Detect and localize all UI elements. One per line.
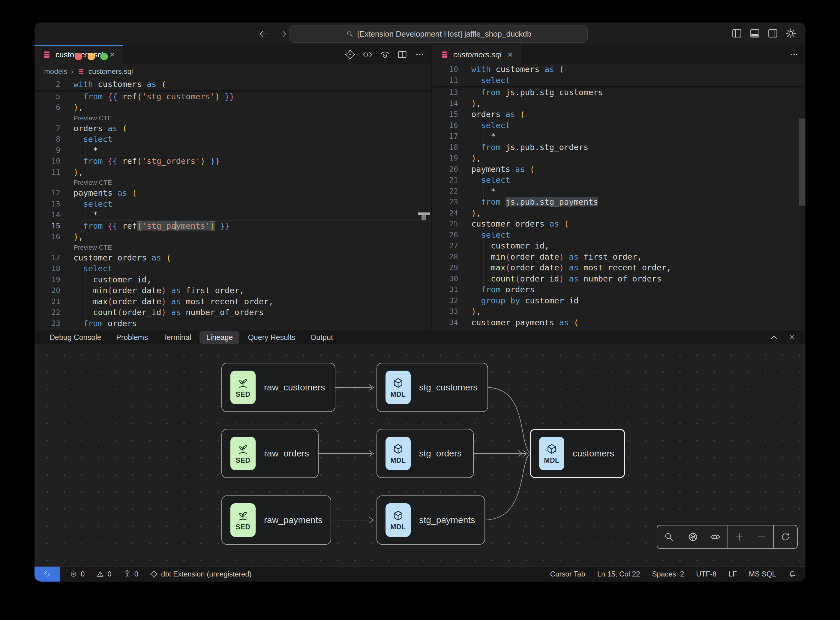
code-line[interactable]: 19), <box>432 153 805 164</box>
code-line[interactable]: 11 select <box>432 75 805 86</box>
editor-source[interactable]: 2with customers as (5 from {{ ref('stg_c… <box>35 79 431 330</box>
code-line[interactable]: 10 from {{ ref('stg_orders') }} <box>35 156 431 167</box>
close-window-button[interactable] <box>75 53 82 60</box>
gear-icon[interactable] <box>784 27 797 40</box>
code-line[interactable]: 27 customer_id, <box>432 240 805 251</box>
code-line[interactable]: 16), <box>35 232 431 242</box>
minimize-window-button[interactable] <box>87 53 95 60</box>
code-line[interactable]: 2with customers as ( <box>35 79 431 90</box>
status-item-bell[interactable] <box>788 570 796 578</box>
lineage-node-stg_payments[interactable]: MDLstg_payments <box>377 495 485 545</box>
code-line[interactable]: 23 from orders <box>35 318 431 329</box>
breadcrumb-folder[interactable]: models <box>44 67 67 76</box>
code-line[interactable]: 5 from {{ ref('stg_customers') }} <box>35 91 431 102</box>
code-line[interactable]: 13 select <box>35 199 431 210</box>
refresh-icon[interactable] <box>780 531 791 543</box>
status-item-cursor-tab[interactable]: Cursor Tab <box>550 570 585 578</box>
code-line[interactable]: 14 * <box>35 209 431 221</box>
code-line[interactable]: 17 * <box>432 131 805 142</box>
breadcrumb-file[interactable]: customers.sql <box>89 67 133 76</box>
code-line[interactable]: 19 customer_id, <box>35 274 431 285</box>
panel-tab-lineage[interactable]: Lineage <box>200 331 239 344</box>
aperture-icon[interactable] <box>687 531 699 543</box>
code-line[interactable]: 7orders as ( <box>35 123 431 134</box>
code-line[interactable]: 31 from orders <box>432 284 805 295</box>
code-line[interactable]: 13 from js.pub.stg_customers <box>432 87 805 98</box>
lineage-node-customers[interactable]: MDLcustomers <box>530 429 625 478</box>
panel-tab-output[interactable]: Output <box>304 331 340 344</box>
status-item-warning[interactable]: 0 <box>96 570 111 578</box>
code-line[interactable]: 30 count(order_id) as number_of_orders <box>432 273 805 284</box>
code-lines[interactable]: 13 from js.pub.stg_customers14),15orders… <box>432 86 805 328</box>
codelens-label[interactable]: Preview CTE <box>74 114 112 122</box>
dbt-logo-icon[interactable] <box>345 49 356 60</box>
status-item-error[interactable]: 0 <box>69 570 84 578</box>
code-line[interactable]: 10with customers as ( <box>432 64 805 75</box>
code-line[interactable]: 17customer_orders as ( <box>35 252 431 263</box>
code-line[interactable]: 21 select <box>432 175 805 186</box>
code-line[interactable]: 28 min(order_date) as first_order, <box>432 251 805 263</box>
zoom-in-icon[interactable] <box>733 531 745 543</box>
status-item-lf[interactable]: LF <box>729 570 737 578</box>
code-icon[interactable] <box>362 49 373 60</box>
status-item-ms-sql[interactable]: MS SQL <box>749 570 776 578</box>
code-line[interactable]: 18 select <box>35 263 431 274</box>
code-line[interactable]: 22 * <box>432 186 805 197</box>
code-line[interactable]: 15 from {{ ref('stg_payments') }} <box>35 221 431 232</box>
close-tab-icon[interactable]: × <box>110 50 115 60</box>
code-line[interactable]: 11), <box>35 167 431 178</box>
code-line[interactable]: 22 count(order_id) as number_of_orders <box>35 307 431 318</box>
codelens-line[interactable]: Preview CTE <box>35 178 431 188</box>
status-item-spaces-2[interactable]: Spaces: 2 <box>652 570 684 578</box>
sticky-scroll[interactable]: 10with customers as (11 select <box>432 64 805 86</box>
codelens-label[interactable]: Preview CTE <box>74 179 112 187</box>
lineage-canvas[interactable]: SEDraw_customersMDLstg_customersSEDraw_o… <box>35 344 805 567</box>
layout-sidebar-right-icon[interactable] <box>766 27 779 40</box>
code-line[interactable]: 16 select <box>432 120 805 131</box>
code-line[interactable]: 20 min(order_date) as first_order, <box>35 285 431 296</box>
code-line[interactable]: 32 group by customer_id <box>432 295 805 306</box>
code-line[interactable]: 29 max(order_date) as most_recent_order, <box>432 262 805 273</box>
editor-compiled[interactable]: 10with customers as (11 select13 from js… <box>432 64 805 330</box>
status-item-ln-15-col-22[interactable]: Ln 15, Col 22 <box>597 570 640 578</box>
code-line[interactable]: 21 max(order_date) as most_recent_order, <box>35 296 431 307</box>
sticky-scroll[interactable]: 2with customers as ( <box>35 79 431 90</box>
layout-sidebar-left-icon[interactable] <box>730 27 743 40</box>
panel-tab-debug-console[interactable]: Debug Console <box>43 331 108 344</box>
code-lines[interactable]: 5 from {{ ref('stg_customers') }}6),Prev… <box>35 90 431 329</box>
forward-arrow-icon[interactable] <box>276 28 288 40</box>
close-tab-icon[interactable]: × <box>507 50 513 60</box>
lineage-node-raw_customers[interactable]: SEDraw_customers <box>221 363 335 412</box>
lineage-node-raw_payments[interactable]: SEDraw_payments <box>221 495 331 545</box>
panel-tab-terminal[interactable]: Terminal <box>156 331 198 344</box>
code-line[interactable]: 18 from js.pub.stg_orders <box>432 142 805 153</box>
code-line[interactable]: 23 from js.pub.stg_payments <box>432 197 805 208</box>
ellipsis-icon[interactable] <box>414 49 425 60</box>
more-actions-icon[interactable] <box>789 49 799 60</box>
code-line[interactable]: 9 * <box>35 145 431 156</box>
lineage-node-raw_orders[interactable]: SEDraw_orders <box>221 429 319 478</box>
breadcrumb[interactable]: models › customers.sql <box>35 64 431 79</box>
code-line[interactable]: 12payments as ( <box>35 188 431 199</box>
search-icon[interactable] <box>663 531 675 543</box>
code-line[interactable]: 6), <box>35 102 431 113</box>
maximize-window-button[interactable] <box>101 53 108 60</box>
codelens-label[interactable]: Preview CTE <box>74 244 112 251</box>
panel-tab-problems[interactable]: Problems <box>110 331 155 344</box>
remote-indicator[interactable] <box>35 567 60 582</box>
lineage-node-stg_customers[interactable]: MDLstg_customers <box>377 363 488 412</box>
code-line[interactable]: 14), <box>432 98 805 109</box>
code-line[interactable]: 33), <box>432 306 805 317</box>
command-center-search[interactable]: [Extension Development Host] jaffle_shop… <box>290 25 588 43</box>
code-line[interactable]: 25customer_orders as ( <box>432 218 805 230</box>
maximize-panel-icon[interactable] <box>769 332 779 342</box>
code-line[interactable]: 20payments as ( <box>432 164 805 175</box>
code-line[interactable]: 15orders as ( <box>432 109 805 120</box>
panel-tab-query-results[interactable]: Query Results <box>241 331 302 344</box>
close-panel-icon[interactable] <box>787 332 797 342</box>
preview-eye-icon[interactable] <box>380 49 390 60</box>
eye-icon[interactable] <box>709 531 721 543</box>
zoom-out-icon[interactable] <box>756 531 767 543</box>
status-item-dbt-logo[interactable]: dbt Extension (unregistered) <box>150 570 252 578</box>
codelens-line[interactable]: Preview CTE <box>35 113 431 123</box>
